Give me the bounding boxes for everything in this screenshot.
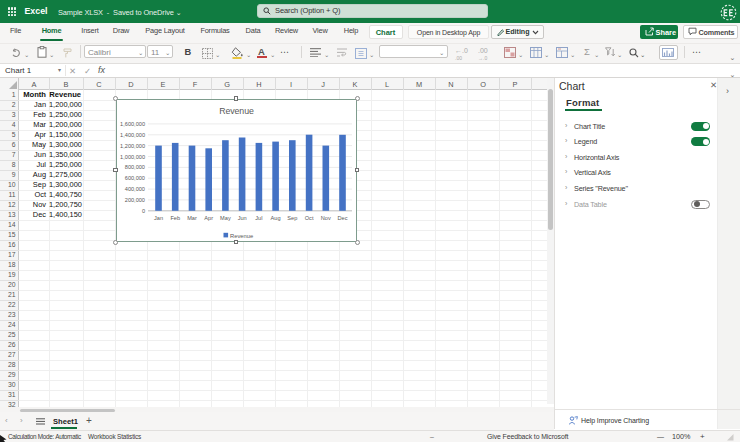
- svg-text:Aug: Aug: [270, 214, 280, 220]
- svg-text:0: 0: [141, 207, 144, 213]
- svg-text:1,400,000: 1,400,000: [120, 131, 145, 137]
- svg-text:Revenue: Revenue: [219, 106, 254, 116]
- svg-text:400,000: 400,000: [124, 186, 144, 192]
- svg-text:1,000,000: 1,000,000: [120, 153, 145, 159]
- svg-text:Jun: Jun: [237, 214, 246, 220]
- svg-text:Oct: Oct: [304, 214, 313, 220]
- svg-text:Dec: Dec: [337, 214, 347, 220]
- svg-text:Nov: Nov: [320, 214, 330, 220]
- svg-text:Feb: Feb: [170, 214, 180, 220]
- svg-text:200,000: 200,000: [124, 196, 144, 202]
- svg-text:Apr: Apr: [204, 214, 213, 220]
- svg-text:Sep: Sep: [287, 214, 297, 220]
- svg-text:600,000: 600,000: [124, 175, 144, 181]
- svg-text:Jan: Jan: [153, 214, 162, 220]
- svg-text:Jul: Jul: [255, 214, 262, 220]
- svg-text:800,000: 800,000: [124, 164, 144, 170]
- svg-text:Revenue: Revenue: [230, 232, 253, 238]
- svg-text:1,200,000: 1,200,000: [120, 142, 145, 148]
- svg-text:1,600,000: 1,600,000: [120, 120, 145, 126]
- svg-text:Mar: Mar: [187, 214, 197, 220]
- svg-text:May: May: [220, 214, 231, 220]
